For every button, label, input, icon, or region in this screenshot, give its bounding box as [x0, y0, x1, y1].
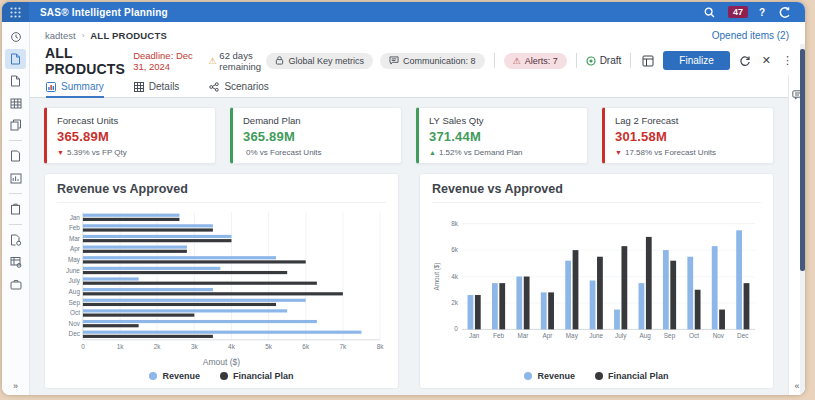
hbar-financial-plan-may	[83, 260, 306, 263]
collapse-panel-button[interactable]: «	[794, 381, 799, 391]
legend-label: Financial Plan	[233, 371, 294, 381]
kpi-demand-plan: Demand Plan 365.89M 0% vs Forecast Units	[230, 107, 402, 164]
svg-text:Aug: Aug	[69, 288, 81, 296]
x-axis-label: Amout ($)	[57, 357, 386, 367]
delta-text: 17.58% vs Forecast Units	[625, 148, 716, 157]
svg-text:0: 0	[81, 343, 85, 350]
delta-arrow-icon: ▲	[429, 149, 436, 157]
hbar-financial-plan-apr	[83, 250, 187, 253]
legend-label: Revenue	[537, 371, 575, 381]
vbar-financial-plan-june	[597, 257, 603, 330]
legend-dot-financial-plan	[595, 372, 603, 380]
notification-badge[interactable]: 47	[728, 6, 748, 18]
more-options-icon[interactable]: ⋮	[780, 52, 795, 69]
svg-text:Dec: Dec	[69, 331, 81, 338]
status-label: Draft	[600, 55, 622, 66]
vbar-financial-plan-mar	[524, 277, 530, 330]
kpi-delta: 0% vs Forecast Units	[243, 148, 391, 157]
summary-panel: Forecast Units 365.89M ▼5.39% vs FP Qty …	[30, 98, 788, 395]
account-icon[interactable]	[776, 4, 793, 21]
revenue-vbar-plot[interactable]: 02k4k6k8kAmout ($)JanFebMarAprMayJuneJul…	[432, 208, 761, 367]
hbar-financial-plan-oct	[83, 314, 194, 317]
finalize-button[interactable]: Finalize	[663, 51, 729, 70]
close-icon[interactable]: ✕	[760, 52, 773, 69]
global-key-metrics-label: Global Key metrics	[288, 56, 364, 66]
chevron-right-icon: ›	[82, 31, 85, 40]
svg-text:Nov: Nov	[69, 320, 81, 327]
svg-text:May: May	[68, 256, 81, 264]
document-selected-icon[interactable]	[5, 49, 26, 69]
global-key-metrics-button[interactable]: Global Key metrics	[266, 53, 373, 69]
sidebar-expand-button[interactable]: »	[2, 381, 29, 391]
svg-text:Nov: Nov	[713, 332, 725, 339]
hbar-revenue-june	[83, 267, 220, 270]
kpi-value: 365.89M	[57, 129, 205, 144]
vbar-financial-plan-apr	[548, 292, 554, 329]
delta-text: 1.52% vs Demand Plan	[439, 148, 523, 157]
vbar-revenue-aug	[639, 283, 645, 329]
svg-text:6k: 6k	[302, 343, 310, 350]
search-icon[interactable]	[702, 5, 717, 20]
vbar-financial-plan-may	[573, 250, 579, 329]
revenue-hbar-plot[interactable]: 01k2k3k4k5k6k7k8kJanFebMarAprMayJuneJuly…	[57, 208, 386, 356]
table-gear-icon[interactable]	[5, 252, 26, 272]
breadcrumb: kadtest › ALL PRODUCTS Opened items (2)	[30, 22, 805, 46]
hbar-financial-plan-june	[83, 271, 287, 274]
workbench-grid-button[interactable]	[640, 53, 656, 69]
hbar-financial-plan-july	[83, 282, 317, 285]
history-icon[interactable]	[5, 27, 26, 47]
svg-text:June: June	[66, 267, 80, 274]
sidebar-divider	[9, 140, 22, 141]
svg-text:July: July	[69, 277, 81, 285]
svg-text:5k: 5k	[265, 343, 273, 350]
chart-title: Revenue vs Approved	[432, 182, 761, 203]
table-icon[interactable]	[5, 93, 26, 113]
tab-summary[interactable]: Summary	[46, 81, 104, 98]
help-icon[interactable]: ?	[759, 7, 765, 18]
hbar-financial-plan-sep	[83, 303, 276, 306]
briefcase-icon[interactable]	[5, 274, 26, 294]
chart-legend: Revenue Financial Plan	[57, 371, 386, 381]
refresh-icon[interactable]	[737, 53, 753, 69]
hbar-financial-plan-aug	[83, 292, 343, 295]
document-gear-icon[interactable]	[5, 230, 26, 250]
svg-text:Apr: Apr	[70, 245, 81, 253]
svg-text:4k: 4k	[228, 343, 236, 350]
scrollbar-thumb[interactable]	[800, 49, 805, 271]
app-launcher-button[interactable]	[2, 2, 29, 22]
kpi-row: Forecast Units 365.89M ▼5.39% vs FP Qty …	[44, 107, 774, 164]
clipboard-icon[interactable]	[5, 199, 26, 219]
alerts-button[interactable]: ⚠ Alerts: 7	[504, 53, 567, 69]
kpi-ly-sales-qty: LY Sales Qty 371.44M ▲1.52% vs Demand Pl…	[416, 107, 588, 164]
legend-dot-revenue	[149, 372, 157, 380]
vbar-financial-plan-jan	[475, 295, 481, 329]
tab-details[interactable]: Details	[134, 81, 180, 98]
delta-text: 0% vs Forecast Units	[246, 148, 322, 157]
breadcrumb-parent[interactable]: kadtest	[45, 30, 76, 41]
blank-document-icon[interactable]	[5, 146, 26, 166]
vbar-revenue-nov	[712, 246, 718, 329]
communication-button[interactable]: Communication: 8	[380, 53, 485, 69]
opened-items-link[interactable]: Opened items (2)	[712, 30, 789, 41]
svg-text:May: May	[566, 332, 579, 340]
status-draft[interactable]: Draft	[586, 55, 622, 66]
days-remaining: ⚠ 62 days remaining	[208, 50, 266, 72]
svg-text:7k: 7k	[340, 343, 348, 350]
delta-text: 5.39% vs FP Qty	[67, 148, 127, 157]
svg-text:8k: 8k	[451, 220, 459, 227]
tab-scenarios[interactable]: Scenarios	[209, 81, 268, 98]
svg-text:Mar: Mar	[517, 332, 529, 339]
vbar-revenue-dec	[736, 230, 742, 329]
vertical-scrollbar[interactable]	[800, 44, 805, 395]
legend-label: Financial Plan	[608, 371, 669, 381]
communication-label: Communication: 8	[403, 56, 476, 66]
document-icon[interactable]	[5, 71, 26, 91]
toolbar-divider	[576, 53, 577, 68]
svg-text:4k: 4k	[451, 273, 459, 280]
copy-icon[interactable]	[5, 115, 26, 135]
hbar-financial-plan-nov	[83, 324, 139, 327]
legend-dot-financial-plan	[220, 372, 228, 380]
vbar-financial-plan-dec	[744, 283, 750, 329]
kpi-delta: ▼5.39% vs FP Qty	[57, 148, 205, 157]
chart-icon[interactable]	[5, 168, 26, 188]
